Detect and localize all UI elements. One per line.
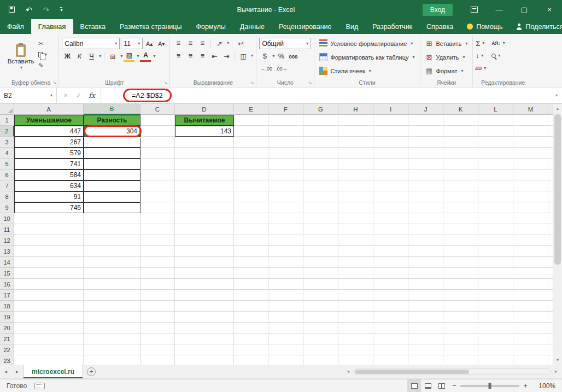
cell-J21[interactable] [408, 334, 443, 344]
cell-K11[interactable] [443, 224, 478, 235]
cell-M9[interactable] [513, 202, 548, 213]
column-header-K[interactable]: K [443, 104, 478, 115]
cell-B19[interactable] [84, 312, 140, 323]
zoom-slider[interactable] [460, 379, 519, 392]
row-header-22[interactable]: 22 [0, 344, 14, 355]
cell-D11[interactable] [175, 224, 234, 235]
row-header-14[interactable]: 14 [0, 257, 14, 268]
italic-button[interactable]: К [74, 51, 85, 62]
cell-A8[interactable]: 91 [14, 191, 84, 202]
cell-F14[interactable] [268, 257, 303, 268]
cell-J10[interactable] [408, 213, 443, 224]
cell-F17[interactable] [268, 290, 303, 301]
cell-L7[interactable] [478, 180, 513, 191]
cell-L10[interactable] [478, 213, 513, 224]
cell-G9[interactable] [303, 202, 338, 213]
row-header-20[interactable]: 20 [0, 323, 14, 334]
cell-K7[interactable] [443, 180, 478, 191]
cell-F18[interactable] [268, 301, 303, 312]
row-header-2[interactable]: 2 [0, 126, 14, 137]
cell-L19[interactable] [478, 312, 513, 323]
cell-J2[interactable] [408, 126, 443, 137]
cell-F8[interactable] [268, 191, 303, 202]
cell-A19[interactable] [14, 312, 84, 323]
cell-H4[interactable] [338, 148, 373, 159]
row-header-5[interactable]: 5 [0, 159, 14, 169]
cell-M5[interactable] [513, 159, 548, 169]
increase-decimal-button[interactable]: ←.00 [259, 63, 273, 74]
cell-H21[interactable] [338, 334, 373, 344]
cell-F5[interactable] [268, 159, 303, 169]
comma-format-button[interactable]: 000 [288, 51, 298, 62]
cell-B2[interactable]: 304 [84, 126, 140, 137]
cell-C18[interactable] [140, 301, 175, 312]
cell-E10[interactable] [234, 213, 268, 224]
row-header-23[interactable]: 23 [0, 355, 14, 365]
cell-I14[interactable] [373, 257, 408, 268]
tab-file[interactable]: Файл [0, 19, 31, 34]
cell-C22[interactable] [140, 344, 175, 355]
cell-I2[interactable] [373, 126, 408, 137]
font-dialog-launcher[interactable]: ↘ [164, 80, 168, 85]
cell-K15[interactable] [443, 268, 478, 279]
column-header-J[interactable]: J [408, 104, 443, 115]
column-header-E[interactable]: E [234, 104, 268, 115]
cell-J8[interactable] [408, 191, 443, 202]
scroll-down-button[interactable]: ▾ [553, 355, 562, 365]
select-all-button[interactable] [0, 104, 14, 115]
cell-E18[interactable] [234, 301, 268, 312]
cell-E19[interactable] [234, 312, 268, 323]
cell-I5[interactable] [373, 159, 408, 169]
tab-review[interactable]: Рецензирование [272, 19, 339, 34]
cell-H3[interactable] [338, 137, 373, 148]
cell-F2[interactable] [268, 126, 303, 137]
cell-E21[interactable] [234, 334, 268, 344]
column-header-B[interactable]: B [84, 104, 140, 115]
cell-F12[interactable] [268, 235, 303, 246]
cell-H1[interactable] [338, 115, 373, 126]
cell-L21[interactable] [478, 334, 513, 344]
cell-M21[interactable] [513, 334, 548, 344]
cell-E3[interactable] [234, 137, 268, 148]
cell-J13[interactable] [408, 246, 443, 257]
font-color-dropdown[interactable]: ▾ [153, 54, 155, 58]
cell-I21[interactable] [373, 334, 408, 344]
cell-D8[interactable] [175, 191, 234, 202]
cell-J1[interactable] [408, 115, 443, 126]
row-header-19[interactable]: 19 [0, 312, 14, 323]
cell-J17[interactable] [408, 290, 443, 301]
orientation-dropdown[interactable]: ▾ [227, 41, 229, 45]
cell-C6[interactable] [140, 169, 175, 180]
cell-M19[interactable] [513, 312, 548, 323]
wrap-text-button[interactable]: ↩ [235, 38, 246, 49]
cell-G5[interactable] [303, 159, 338, 169]
row-header-7[interactable]: 7 [0, 180, 14, 191]
cell-E7[interactable] [234, 180, 268, 191]
fill-button[interactable]: ↓▾ [476, 51, 486, 61]
cell-I7[interactable] [373, 180, 408, 191]
column-header-L[interactable]: L [478, 104, 513, 115]
increase-indent-button[interactable]: ⇥ [221, 50, 232, 61]
cell-J18[interactable] [408, 301, 443, 312]
cell-C16[interactable] [140, 279, 175, 290]
cell-B6[interactable] [84, 169, 140, 180]
cell-G12[interactable] [303, 235, 338, 246]
cell-H22[interactable] [338, 344, 373, 355]
cell-D4[interactable] [175, 148, 234, 159]
cancel-button[interactable]: × [59, 91, 72, 100]
cell-K22[interactable] [443, 344, 478, 355]
cell-I11[interactable] [373, 224, 408, 235]
cell-F7[interactable] [268, 180, 303, 191]
cell-B1[interactable]: Разность [84, 115, 140, 126]
cell-J23[interactable] [408, 355, 443, 365]
add-sheet-button[interactable]: + [83, 365, 99, 378]
cell-E17[interactable] [234, 290, 268, 301]
cell-E20[interactable] [234, 323, 268, 334]
column-header-F[interactable]: F [268, 104, 303, 115]
cell-K5[interactable] [443, 159, 478, 169]
cell-M20[interactable] [513, 323, 548, 334]
cell-A13[interactable] [14, 246, 84, 257]
cell-K16[interactable] [443, 279, 478, 290]
cell-B23[interactable] [84, 355, 140, 365]
cell-J7[interactable] [408, 180, 443, 191]
